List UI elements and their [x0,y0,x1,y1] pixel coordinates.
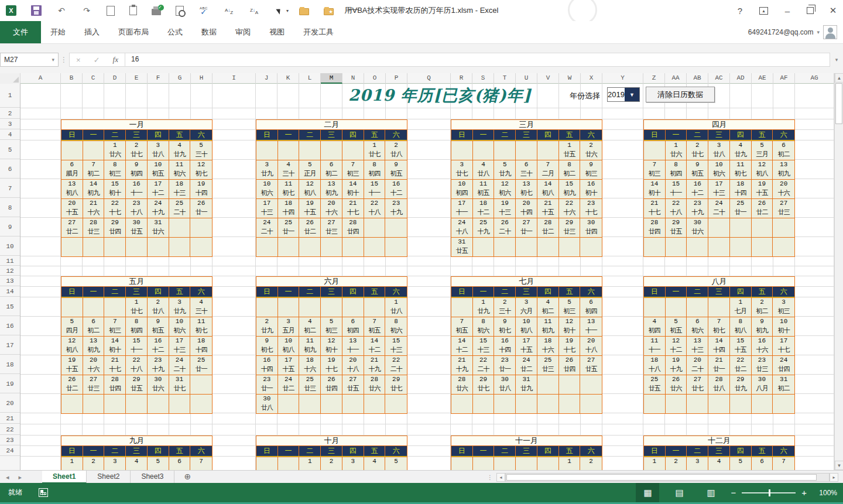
weekday-cell[interactable]: 二 [299,287,321,297]
zoom-percentage[interactable]: 100% [815,489,837,497]
day-cell[interactable]: 26廿四 [321,375,342,394]
day-cell[interactable]: 18十六 [299,355,321,375]
day-cell[interactable]: 24廿四 [773,355,794,375]
day-cell[interactable] [364,237,386,256]
day-cell[interactable]: 19十四 [190,179,212,198]
day-cell[interactable]: 6初二 [773,140,794,160]
day-cell[interactable]: 7 [773,457,794,470]
day-cell[interactable]: 10初六 [256,179,278,198]
horizontal-scroll-thumb[interactable] [506,474,817,481]
day-cell[interactable]: 16十二 [687,179,708,198]
weekday-cell[interactable]: 四 [342,287,364,297]
day-cell[interactable]: 26廿二 [61,375,83,394]
day-cell[interactable] [494,457,516,470]
weekday-cell[interactable]: 五 [364,130,386,140]
day-cell[interactable] [126,237,148,256]
day-cell[interactable] [126,394,148,413]
enter-icon[interactable]: ✓ [94,56,100,64]
weekday-cell[interactable]: 三 [516,130,537,140]
day-cell[interactable] [169,394,191,413]
day-cell[interactable]: 27廿三 [321,218,342,237]
row-header-16[interactable]: 16 [0,317,20,335]
weekday-cell[interactable]: 日 [644,130,666,140]
day-cell[interactable]: 26廿四 [559,355,581,375]
formula-input[interactable]: 16 [125,53,830,67]
day-cell[interactable]: 10初八 [516,317,537,336]
weekday-cell[interactable]: 日 [256,446,278,456]
sheet-next-icon[interactable]: ▸ [19,474,22,481]
day-cell[interactable]: 1廿七 [364,140,386,160]
weekday-cell[interactable]: 二 [104,446,126,456]
day-cell[interactable]: 8初二 [559,160,581,179]
select-all-corner[interactable] [0,73,20,84]
weekday-cell[interactable]: 四 [342,130,364,140]
day-cell[interactable]: 13十三 [687,336,708,355]
day-cell[interactable]: 20十四 [516,198,537,218]
day-cell[interactable]: 17十五 [278,355,300,375]
ribbon-tab-审阅[interactable]: 审阅 [226,21,260,43]
day-cell[interactable]: 19十九 [666,355,687,375]
row-header-7[interactable]: 7 [0,179,20,198]
day-cell[interactable]: 2廿七 [687,140,708,160]
day-cell[interactable] [385,237,407,256]
day-cell[interactable]: 2廿七 [126,140,148,160]
month-title[interactable]: 三月 [451,120,602,130]
row-header-10[interactable]: 10 [0,237,20,256]
day-cell[interactable]: 20十八 [580,336,602,355]
day-cell[interactable] [537,237,559,256]
weekday-cell[interactable]: 三 [126,130,148,140]
day-cell[interactable]: 1 [559,457,581,470]
day-cell[interactable]: 4 [364,457,386,470]
day-cell[interactable]: 3廿八 [148,140,169,160]
day-cell[interactable]: 13十一 [580,317,602,336]
day-cell[interactable] [451,297,473,317]
ribbon-tab-数据[interactable]: 数据 [192,21,226,43]
day-cell[interactable] [644,394,666,413]
day-cell[interactable]: 22二十 [385,355,407,375]
weekday-cell[interactable]: 六 [385,287,407,297]
column-header-AC[interactable]: AC [708,73,730,84]
day-cell[interactable] [342,297,364,317]
day-cell[interactable]: 9初五 [385,160,407,179]
day-cell[interactable]: 21十七 [342,198,364,218]
day-cell[interactable]: 19十三 [494,198,516,218]
day-cell[interactable] [687,297,708,317]
month-title[interactable]: 一月 [61,120,212,130]
column-header-S[interactable]: S [472,73,494,84]
day-cell[interactable] [278,237,300,256]
day-cell[interactable]: 6初二 [321,160,342,179]
day-cell[interactable] [708,237,730,256]
day-cell[interactable] [385,218,407,237]
day-cell[interactable] [473,140,495,160]
weekday-cell[interactable]: 一 [83,287,105,297]
day-cell[interactable]: 2 [83,457,105,470]
day-cell[interactable]: 24二十 [169,355,191,375]
weekday-cell[interactable]: 三 [708,446,730,456]
column-header-AG[interactable]: AG [795,73,834,84]
row-header-22[interactable]: 22 [0,424,20,435]
day-cell[interactable] [61,394,83,413]
day-cell[interactable]: 10初五 [148,160,169,179]
weekday-cell[interactable]: 日 [61,287,83,297]
day-cell[interactable]: 7初三 [644,160,666,179]
formula-bar-expand-icon[interactable]: ▾ [830,57,843,63]
day-cell[interactable] [537,457,559,470]
scrollbar-resize-handle[interactable]: ⋮ [487,474,493,481]
day-cell[interactable]: 23廿一 [494,355,516,375]
day-cell[interactable]: 11初五 [473,179,495,198]
day-cell[interactable]: 3五月 [278,317,300,336]
day-cell[interactable] [342,394,364,413]
day-cell[interactable]: 14初十 [342,179,364,198]
column-header-AE[interactable]: AE [752,73,773,84]
day-cell[interactable]: 16十二 [148,336,169,355]
day-cell[interactable]: 6初四 [342,317,364,336]
weekday-cell[interactable]: 四 [148,287,169,297]
day-cell[interactable]: 27廿七 [687,375,708,394]
row-header-1[interactable]: 1 [0,84,20,108]
zoom-slider-thumb[interactable] [769,489,770,496]
day-cell[interactable]: 12初八 [299,179,321,198]
weekday-cell[interactable]: 二 [104,287,126,297]
weekday-cell[interactable]: 六 [580,287,602,297]
insert-function-icon[interactable]: fx [113,55,118,64]
day-cell[interactable]: 16十六 [752,336,773,355]
